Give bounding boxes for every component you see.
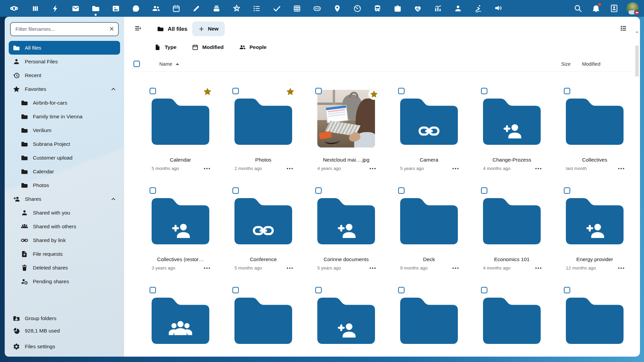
- sort-by-modified-button[interactable]: Modified: [582, 61, 600, 67]
- file-checkbox[interactable]: [481, 88, 487, 94]
- sidebar-item-group-folders[interactable]: Group folders: [9, 312, 120, 324]
- file-checkbox[interactable]: [481, 287, 487, 293]
- file-tile[interactable]: Calendar 5 months ago: [142, 88, 219, 187]
- sidebar-item-recent[interactable]: Recent: [9, 68, 120, 82]
- sidebar-item-shared-with-you[interactable]: Shared with you: [16, 206, 120, 220]
- app-maps-button[interactable]: [333, 0, 341, 17]
- file-tile[interactable]: [473, 287, 551, 357]
- app-activity-button[interactable]: [51, 0, 60, 17]
- user-avatar[interactable]: [627, 2, 639, 14]
- filter-modified-chip[interactable]: Modified: [192, 44, 224, 51]
- sidebar-item-files-settings[interactable]: Files settings: [9, 340, 120, 353]
- sidebar-item-all-files[interactable]: All files: [9, 41, 120, 55]
- more-options-icon[interactable]: [370, 168, 376, 169]
- file-tile[interactable]: Corinne documents 5 years ago: [307, 187, 385, 287]
- app-calendar-button[interactable]: [172, 0, 180, 17]
- file-checkbox[interactable]: [398, 287, 405, 293]
- app-tasks-button[interactable]: [272, 0, 281, 17]
- file-checkbox[interactable]: [232, 287, 239, 293]
- more-options-icon[interactable]: [204, 168, 210, 169]
- app-trains-button[interactable]: [373, 0, 382, 17]
- file-checkbox[interactable]: [150, 88, 156, 94]
- more-options-icon[interactable]: [452, 267, 459, 269]
- app-tasks-list-button[interactable]: [252, 0, 261, 17]
- file-tile[interactable]: Photos 2 months ago: [224, 88, 302, 187]
- sidebar-item-favorite-folder[interactable]: Customer upload: [16, 151, 120, 165]
- scrollbar-thumb[interactable]: [635, 46, 639, 76]
- filter-type-chip[interactable]: Type: [154, 44, 176, 51]
- sidebar-item-shared-by-link[interactable]: Shared by link: [16, 233, 120, 247]
- file-checkbox[interactable]: [564, 287, 570, 293]
- sidebar-item-shares[interactable]: Shares: [9, 192, 120, 206]
- app-collectives-button[interactable]: [232, 0, 241, 17]
- file-tile[interactable]: [142, 287, 219, 357]
- file-checkbox[interactable]: [398, 187, 405, 194]
- sidebar-item-pending-shares[interactable]: Pending shares: [16, 275, 120, 288]
- app-analytics-button[interactable]: [433, 0, 442, 17]
- app-monitoring-button[interactable]: [353, 0, 362, 17]
- app-talk-button[interactable]: [131, 0, 140, 17]
- sidebar-item-deleted-shares[interactable]: Deleted shares: [16, 261, 120, 275]
- scroll-up-arrow-icon[interactable]: [636, 31, 638, 33]
- sidebar-item-favorite-folder[interactable]: Family time in Vienna: [16, 110, 120, 123]
- file-tile[interactable]: Conference 5 months ago: [224, 187, 302, 287]
- file-checkbox[interactable]: [232, 187, 239, 194]
- file-tile[interactable]: Economics 101 4 months ago: [473, 187, 551, 287]
- file-tile[interactable]: Deck 9 months ago: [390, 187, 468, 287]
- contacts-menu-button[interactable]: [608, 0, 620, 17]
- more-options-icon[interactable]: [535, 267, 541, 269]
- sidebar-item-personal-files[interactable]: Personal Files: [9, 55, 120, 68]
- sidebar-item-file-requests[interactable]: File requests: [16, 247, 120, 261]
- filter-filenames-input[interactable]: [10, 22, 119, 36]
- file-tile[interactable]: Collectives (restor… 3 years ago: [142, 187, 219, 287]
- file-checkbox[interactable]: [315, 88, 322, 94]
- file-checkbox[interactable]: [150, 287, 156, 293]
- file-tile[interactable]: [307, 287, 385, 357]
- file-checkbox[interactable]: [150, 187, 156, 194]
- sidebar-item-favorite-folder[interactable]: Calendar: [16, 165, 120, 178]
- select-all-checkbox[interactable]: [133, 61, 140, 67]
- app-contacts-button[interactable]: [152, 0, 160, 17]
- collapse-sidebar-button[interactable]: [132, 23, 144, 35]
- app-mail-button[interactable]: [71, 0, 80, 17]
- more-options-icon[interactable]: [204, 267, 210, 269]
- app-care-button[interactable]: [413, 0, 422, 17]
- file-tile[interactable]: [224, 287, 302, 357]
- app-notes-button[interactable]: [192, 0, 201, 17]
- sidebar-item-favorite-folder[interactable]: Verilium: [16, 123, 120, 137]
- sidebar-item-quota[interactable]: 928,1 MB used: [9, 324, 120, 337]
- app-files-button[interactable]: [91, 0, 100, 17]
- file-tile[interactable]: [556, 287, 634, 357]
- more-options-icon[interactable]: [618, 168, 624, 169]
- file-checkbox[interactable]: [564, 187, 570, 194]
- more-options-icon[interactable]: [535, 168, 541, 169]
- file-checkbox[interactable]: [315, 287, 322, 293]
- sidebar-item-favorite-folder[interactable]: Photos: [16, 178, 120, 192]
- file-tile[interactable]: [390, 287, 468, 357]
- more-options-icon[interactable]: [370, 267, 376, 269]
- app-tables-button[interactable]: [292, 0, 301, 17]
- app-deck-button[interactable]: [212, 0, 221, 17]
- app-ocs-button[interactable]: OCS: [313, 0, 321, 17]
- clear-filter-button[interactable]: [107, 25, 116, 34]
- file-checkbox[interactable]: [564, 88, 570, 94]
- file-checkbox[interactable]: [398, 88, 405, 94]
- app-photos-button[interactable]: [111, 0, 120, 17]
- app-projects-button[interactable]: [393, 0, 402, 17]
- file-checkbox[interactable]: [481, 187, 487, 194]
- app-user-button[interactable]: [453, 0, 462, 17]
- breadcrumb[interactable]: All files: [157, 25, 187, 33]
- file-tile[interactable]: Nextcloud mai….jpg 4 years ago: [307, 88, 385, 187]
- app-dashboard-button[interactable]: [31, 0, 40, 17]
- nextcloud-logo[interactable]: [5, 0, 23, 17]
- new-button[interactable]: New: [192, 21, 225, 36]
- app-announcements-button[interactable]: [494, 0, 502, 17]
- more-options-icon[interactable]: [287, 168, 293, 169]
- file-tile[interactable]: Change-Prozess 4 months ago: [473, 88, 551, 187]
- chevron-up-icon[interactable]: [110, 196, 117, 202]
- sort-by-size-button[interactable]: Size: [561, 61, 571, 67]
- more-options-icon[interactable]: [618, 267, 624, 269]
- more-options-icon[interactable]: [452, 168, 459, 169]
- chevron-up-icon[interactable]: [110, 86, 117, 93]
- app-surf-button[interactable]: [474, 0, 482, 17]
